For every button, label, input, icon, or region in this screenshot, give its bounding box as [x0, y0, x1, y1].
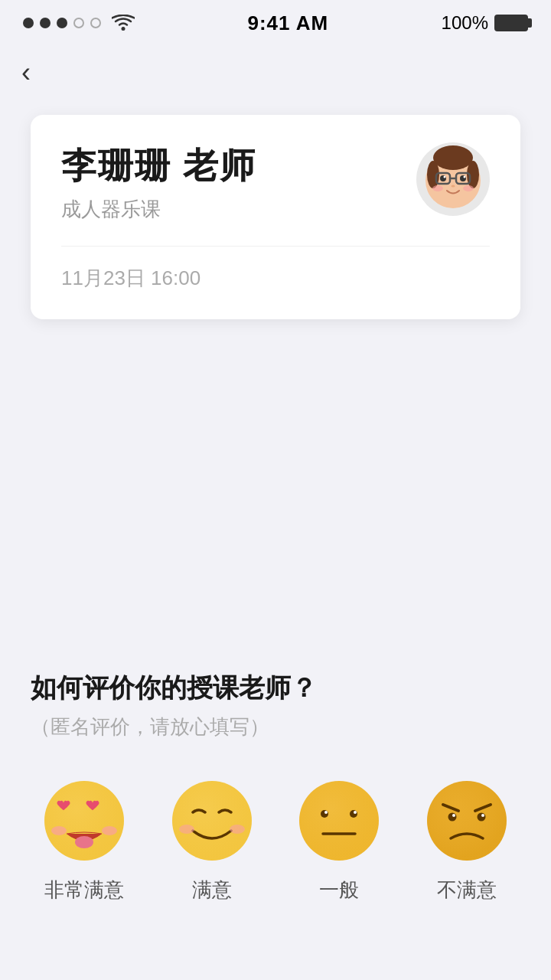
dissatisfied-icon [425, 779, 509, 863]
satisfied-icon [170, 779, 254, 863]
rating-section: 如何评价你的授课老师？ （匿名评价，请放心填写） [0, 671, 551, 980]
svg-point-13 [432, 185, 443, 191]
svg-point-36 [481, 814, 484, 817]
svg-point-16 [44, 781, 124, 861]
rating-very-satisfied-label: 非常满意 [44, 877, 124, 903]
signal-dot-1 [23, 18, 34, 28]
svg-point-22 [179, 825, 194, 834]
card-top: 李珊珊 老师 成人器乐课 [61, 142, 490, 223]
svg-point-11 [464, 176, 466, 178]
svg-point-19 [102, 826, 117, 835]
status-bar: 9:41 AM 100% [0, 0, 551, 46]
rating-hint: （匿名评价，请放心填写） [31, 714, 520, 740]
back-arrow-icon: ‹ [21, 57, 31, 89]
svg-point-27 [350, 810, 357, 818]
svg-point-23 [230, 825, 245, 834]
svg-point-25 [299, 781, 379, 861]
svg-point-0 [122, 27, 126, 31]
battery-icon [494, 15, 528, 31]
wifi-icon [112, 15, 135, 31]
rating-very-satisfied[interactable]: 非常满意 [31, 779, 138, 903]
card-divider [61, 246, 490, 247]
svg-point-21 [172, 781, 252, 861]
teacher-datetime: 11月23日 16:00 [61, 265, 490, 292]
battery-area: 100% [442, 12, 528, 34]
very-satisfied-icon [42, 779, 126, 863]
signal-dot-2 [40, 18, 51, 28]
svg-point-29 [354, 811, 357, 814]
rating-dissatisfied-label: 不满意 [437, 877, 497, 903]
back-button[interactable]: ‹ [0, 46, 61, 100]
svg-point-17 [75, 836, 93, 848]
teacher-info: 李珊珊 老师 成人器乐课 [61, 142, 256, 223]
svg-point-10 [444, 176, 446, 178]
signal-dot-3 [57, 18, 67, 28]
svg-point-32 [427, 781, 507, 861]
svg-point-18 [51, 826, 67, 835]
signal-dot-5 [90, 18, 101, 28]
teacher-course: 成人器乐课 [61, 196, 256, 223]
battery-percent: 100% [442, 12, 488, 34]
avatar [416, 142, 490, 216]
signal-area [23, 15, 135, 31]
rating-dissatisfied[interactable]: 不满意 [413, 779, 520, 903]
status-time: 9:41 AM [247, 11, 328, 35]
teacher-name: 李珊珊 老师 [61, 142, 256, 190]
rating-neutral[interactable]: 一般 [285, 779, 393, 903]
svg-point-34 [477, 813, 485, 822]
svg-point-2 [433, 145, 473, 170]
neutral-icon [297, 779, 381, 863]
svg-point-12 [452, 185, 455, 188]
svg-point-14 [463, 185, 474, 191]
rating-question: 如何评价你的授课老师？ [31, 671, 520, 706]
emoji-row: 非常满意 满意 [31, 779, 520, 903]
rating-satisfied[interactable]: 满意 [158, 779, 266, 903]
svg-point-35 [452, 814, 455, 817]
teacher-card: 李珊珊 老师 成人器乐课 [31, 115, 520, 319]
svg-point-33 [448, 813, 456, 822]
rating-satisfied-label: 满意 [192, 877, 232, 903]
svg-point-28 [324, 811, 328, 814]
rating-neutral-label: 一般 [319, 877, 359, 903]
svg-point-26 [321, 810, 328, 818]
signal-dot-4 [73, 18, 84, 28]
